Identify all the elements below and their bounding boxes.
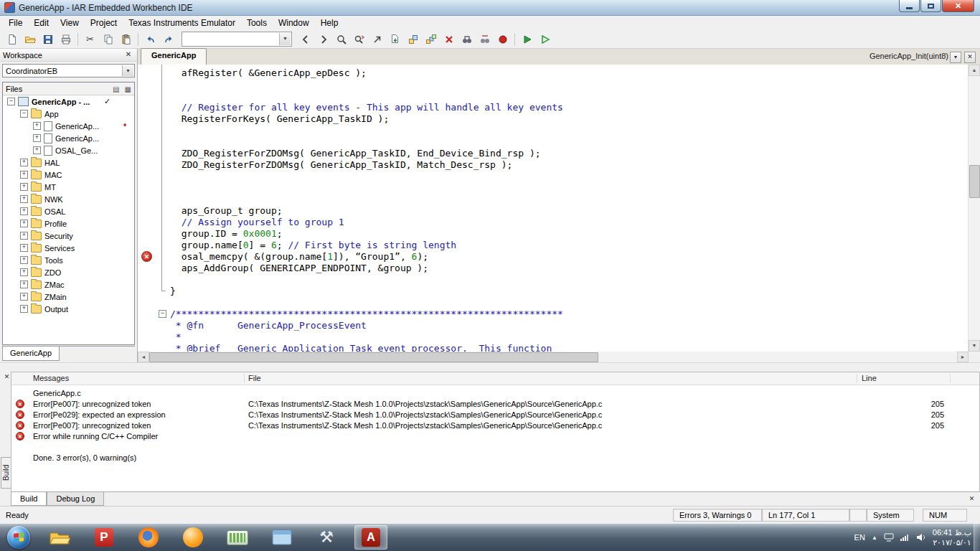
expand-icon[interactable]: + [33, 122, 41, 130]
code-line[interactable]: ZDO_RegisterForZDOMsg( GenericApp_TaskID… [170, 148, 969, 159]
code-line[interactable] [170, 274, 969, 286]
save-button[interactable] [39, 32, 56, 47]
column-line[interactable]: Line [862, 374, 877, 382]
expand-icon[interactable]: + [20, 232, 28, 240]
column-messages[interactable]: Messages [33, 374, 69, 382]
minimize-button[interactable] [899, 0, 920, 12]
nav-forward-button[interactable] [315, 32, 331, 47]
editor-vertical-scrollbar[interactable]: ▲ ▼ [968, 65, 980, 352]
tab-debug-log[interactable]: Debug Log [47, 492, 104, 506]
code-line[interactable]: aps_Group_t group; [170, 205, 969, 217]
scroll-left-icon[interactable]: ◄ [138, 352, 149, 362]
tree-item-osal[interactable]: +OSAL [3, 205, 134, 217]
editor-horizontal-scrollbar[interactable]: ◄ ► [138, 352, 969, 362]
expand-icon[interactable]: + [20, 293, 28, 301]
code-line[interactable]: ZDO_RegisterForZDOMsg( GenericApp_TaskID… [170, 159, 969, 171]
tree-item-osalge[interactable]: +OSAL_Ge... [3, 144, 134, 156]
scroll-right-icon[interactable]: ► [957, 352, 969, 362]
code-line[interactable]: aps_AddGroup( GENERICAPP_ENDPOINT, &grou… [170, 263, 969, 274]
column-file[interactable]: File [248, 374, 261, 382]
compile-button[interactable] [387, 32, 403, 47]
editor-body[interactable]: − ✕ afRegister( &GenericApp_epDesc ); //… [138, 65, 969, 352]
taskbar-firefox-button[interactable] [132, 525, 165, 550]
code-line[interactable]: osal_memcpy( &(group.name[1]), “Group1”,… [170, 251, 969, 263]
code-line[interactable]: // Assign yourself to group 1 [170, 217, 969, 228]
workspace-close-button[interactable]: ✕ [123, 50, 134, 60]
build-message-row[interactable]: ✕Error[Pe007]: unrecognized tokenC:\Texa… [11, 399, 979, 410]
tree-item-genericap[interactable]: +GenericAp...* [3, 120, 134, 132]
code-line[interactable] [170, 171, 969, 182]
collapse-icon[interactable]: − [20, 110, 28, 118]
code-line[interactable]: * [170, 331, 969, 343]
expand-icon[interactable]: + [20, 268, 28, 276]
chevron-down-icon[interactable]: ▼ [279, 33, 291, 45]
tab-build[interactable]: Build [11, 492, 47, 506]
scroll-down-icon[interactable]: ▼ [969, 340, 980, 352]
replace-in-files-button[interactable] [476, 32, 493, 47]
menu-project[interactable]: Project [85, 17, 123, 29]
tree-item-tools[interactable]: +Tools [3, 254, 134, 266]
expand-icon[interactable]: + [20, 207, 28, 215]
code-line[interactable]: // Register for all key events - This ap… [170, 102, 969, 113]
download-debug-button[interactable] [519, 32, 535, 47]
code-line[interactable] [170, 125, 969, 136]
tree-item-security[interactable]: +Security [3, 230, 134, 242]
column-divider[interactable] [857, 374, 857, 383]
tree-item-zmac[interactable]: +ZMac [3, 278, 134, 291]
find-input[interactable] [184, 33, 278, 45]
code-line[interactable] [170, 90, 969, 102]
code-line[interactable] [170, 136, 969, 148]
replace-button[interactable] [351, 32, 367, 47]
toggle-breakpoint-button[interactable] [494, 32, 511, 47]
menu-view[interactable]: View [55, 17, 85, 29]
code-line[interactable] [170, 182, 969, 194]
build-message-row[interactable]: ✕Error[Pe029]: expected an expressionC:\… [11, 410, 979, 420]
vertical-scroll-thumb[interactable] [969, 165, 980, 198]
tree-item-hal[interactable]: +HAL [3, 156, 134, 169]
code-line[interactable] [170, 194, 969, 205]
clock[interactable]: 06:41 ب.ظ ۲۰۱۷/۰۵/۰۱ [933, 527, 971, 547]
goto-button[interactable] [369, 32, 385, 47]
tree-item-genericap[interactable]: +GenericAp... [3, 132, 134, 144]
build-message-row[interactable] [11, 442, 979, 453]
workspace-tab-genericapp[interactable]: GenericApp [2, 347, 60, 361]
redo-button[interactable] [160, 32, 176, 47]
code-area[interactable]: afRegister( &GenericApp_epDesc ); // Reg… [170, 67, 969, 352]
debug-without-download-button[interactable] [537, 32, 553, 47]
taskbar-app-p-button[interactable]: P [88, 525, 121, 550]
taskbar-adobe-reader-button[interactable]: A [354, 525, 387, 550]
build-message-row[interactable]: Done. 3 error(s), 0 warning(s) [11, 453, 979, 463]
print-button[interactable] [57, 32, 74, 47]
function-selector[interactable]: GenericApp_Init(uint8) [870, 52, 948, 60]
code-line[interactable]: group.ID = 0x0001; [170, 228, 969, 240]
tree-item-zdo[interactable]: +ZDO [3, 266, 134, 278]
code-line[interactable]: * @brief Generic Application Task event … [170, 343, 969, 352]
build-message-row[interactable]: ✕Error while running C/C++ Compiler [11, 431, 979, 442]
code-line[interactable] [170, 297, 969, 309]
column-divider[interactable] [244, 374, 245, 383]
tree-item-genericapp[interactable]: −GenericApp - ...✓ [3, 95, 134, 108]
function-selector-chevron-icon[interactable]: ▼ [950, 52, 961, 63]
taskbar-tools-app-button[interactable]: ⚒ [310, 525, 343, 550]
taskbar-explorer-button[interactable] [43, 525, 76, 550]
menu-window[interactable]: Window [273, 17, 315, 29]
connection-icon[interactable] [884, 533, 894, 542]
tree-item-app[interactable]: −App [3, 108, 134, 120]
menu-tools[interactable]: Tools [241, 17, 273, 29]
column-divider[interactable] [950, 374, 951, 383]
expand-icon[interactable]: + [33, 134, 41, 142]
code-line[interactable]: RegisterForKeys( GenericApp_TaskID ); [170, 113, 969, 125]
files-columns-icon[interactable]: ▦ [125, 85, 131, 93]
collapse-icon[interactable]: − [7, 98, 15, 105]
expand-icon[interactable]: + [33, 146, 41, 154]
tree-item-output[interactable]: +Output [3, 303, 134, 315]
show-desktop-button[interactable] [974, 524, 980, 551]
find-button[interactable] [333, 32, 349, 47]
tree-item-mt[interactable]: +MT [3, 181, 134, 193]
expand-icon[interactable]: + [20, 281, 28, 288]
expand-icon[interactable]: + [20, 244, 28, 252]
expand-icon[interactable]: + [20, 171, 28, 179]
expand-icon[interactable]: + [20, 220, 28, 227]
language-indicator[interactable]: EN [854, 533, 865, 542]
code-line[interactable]: * @fn GenericApp_ProcessEvent [170, 320, 969, 331]
